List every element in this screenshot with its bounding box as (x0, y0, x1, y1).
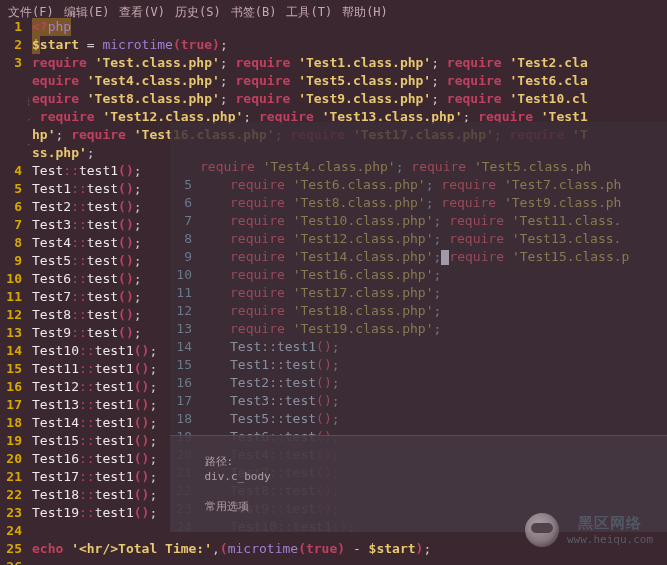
overlay-code[interactable]: require 'Test16.class.php'; (230, 267, 441, 282)
overlay-code[interactable]: require 'Test8.class.php'; require 'Test… (230, 195, 621, 210)
overlay-line[interactable]: 5require 'Test6.class.php'; require 'Tes… (170, 176, 667, 194)
line-number (0, 108, 22, 126)
line-number: 26 (0, 558, 22, 565)
overlay-code[interactable]: Test1::test(); (230, 357, 340, 372)
overlay-line-number: 13 (170, 320, 200, 338)
line-number: 10 (0, 270, 22, 288)
overlay-code[interactable]: Test5::test(); (230, 411, 340, 426)
watermark-title: 黑区网络 (567, 514, 653, 533)
overlay-code[interactable]: require 'Test12.class.php'; require 'Tes… (230, 231, 621, 246)
overlay-code[interactable]: require 'Test10.class.php'; require 'Tes… (230, 213, 621, 228)
overlay-line-number: 12 (170, 302, 200, 320)
overlay-code[interactable]: Test2::test(); (230, 375, 340, 390)
line-number: 24 (0, 522, 22, 540)
overlay-line[interactable]: 16Test2::test(); (170, 374, 667, 392)
overlay-line[interactable]: 7require 'Test10.class.php'; require 'Te… (170, 212, 667, 230)
line-number: 21 (0, 468, 22, 486)
line-number: 13 (0, 324, 22, 342)
line-number (0, 72, 22, 90)
line-number: 14 (0, 342, 22, 360)
overlay-code[interactable]: require 'Test19.class.php'; (230, 321, 441, 336)
overlay-line[interactable]: 8require 'Test12.class.php'; require 'Te… (170, 230, 667, 248)
menu-item[interactable]: 历史(S) (175, 4, 221, 14)
code-line[interactable] (32, 558, 667, 565)
line-number: 2 (0, 36, 22, 54)
mushroom-icon (525, 513, 559, 547)
overlay-line-number: 11 (170, 284, 200, 302)
overlay-line-number: 6 (170, 194, 200, 212)
overlay-line-number: 17 (170, 392, 200, 410)
line-number-gutter: 1234567891011121314151617181920212223242… (0, 18, 28, 565)
overlay-line-number: 16 (170, 374, 200, 392)
line-number: 23 (0, 504, 22, 522)
overlay-code[interactable]: require 'Test4.class.php'; require 'Test… (200, 159, 591, 174)
overlay-line-number: 7 (170, 212, 200, 230)
overlay-line[interactable]: 15Test1::test(); (170, 356, 667, 374)
line-number (0, 144, 22, 162)
line-number: 3 (0, 54, 22, 72)
watermark: 黑区网络 www.heiqu.com (525, 513, 653, 547)
line-number: 22 (0, 486, 22, 504)
menu-item[interactable]: 工具(T) (286, 4, 332, 14)
menu-item[interactable]: 查看(V) (119, 4, 165, 14)
overlay-line[interactable]: 10require 'Test16.class.php'; (170, 266, 667, 284)
code-line[interactable]: require 'Test.class.php'; require 'Test1… (32, 54, 667, 72)
line-number (0, 90, 22, 108)
line-number: 4 (0, 162, 22, 180)
code-line[interactable]: <?php (32, 18, 667, 36)
overlay-code[interactable]: require 'Test6.class.php'; require 'Test… (230, 177, 621, 192)
overlay-line[interactable]: 14Test::test1(); (170, 338, 667, 356)
overlay-line[interactable]: require 'Test4.class.php'; require 'Test… (170, 158, 667, 176)
line-number: 7 (0, 216, 22, 234)
options-label: 常用选项 (205, 500, 249, 513)
code-line[interactable]: $start = microtime(true); (32, 36, 667, 54)
overlay-line[interactable]: 12require 'Test18.class.php'; (170, 302, 667, 320)
overlay-code[interactable]: Test::test1(); (230, 339, 340, 354)
line-number: 20 (0, 450, 22, 468)
overlay-code[interactable]: Test3::test(); (230, 393, 340, 408)
line-number (0, 126, 22, 144)
overlay-code[interactable]: require 'Test17.class.php'; (230, 285, 441, 300)
menu-item[interactable]: 文件(F) (8, 4, 54, 14)
menu-item[interactable]: 书签(B) (231, 4, 277, 14)
overlay-line-number: 9 (170, 248, 200, 266)
line-number: 5 (0, 180, 22, 198)
line-number: 6 (0, 198, 22, 216)
line-number: 8 (0, 234, 22, 252)
overlay-line[interactable]: 13require 'Test19.class.php'; (170, 320, 667, 338)
overlay-code[interactable]: require 'Test14.class.php';require 'Test… (230, 249, 629, 264)
overlay-line[interactable]: 17Test3::test(); (170, 392, 667, 410)
overlay-line-number: 8 (170, 230, 200, 248)
overlay-line-number: 5 (170, 176, 200, 194)
overlay-line[interactable]: 6require 'Test8.class.php'; require 'Tes… (170, 194, 667, 212)
overlay-code[interactable]: require 'Test18.class.php'; (230, 303, 441, 318)
menu-item[interactable]: 编辑(E) (64, 4, 110, 14)
line-number: 9 (0, 252, 22, 270)
line-number: 16 (0, 378, 22, 396)
overlay-line[interactable]: 18Test5::test(); (170, 410, 667, 428)
menu-bar: 文件(F)编辑(E)查看(V)历史(S)书签(B)工具(T)帮助(H) (0, 0, 667, 18)
path-value: div.c_body (205, 470, 271, 483)
line-number: 17 (0, 396, 22, 414)
overlay-panel[interactable]: require 'Test4.class.php'; require 'Test… (170, 122, 667, 532)
overlay-line-number: 15 (170, 356, 200, 374)
overlay-line[interactable]: 9require 'Test14.class.php';require 'Tes… (170, 248, 667, 266)
code-line[interactable]: equire 'Test4.class.php'; require 'Test5… (32, 72, 667, 90)
line-number: 15 (0, 360, 22, 378)
watermark-url: www.heiqu.com (567, 533, 653, 546)
code-line[interactable]: equire 'Test8.class.php'; require 'Test9… (32, 90, 667, 108)
line-number: 25 (0, 540, 22, 558)
menu-item[interactable]: 帮助(H) (342, 4, 388, 14)
line-number: 11 (0, 288, 22, 306)
line-number: 12 (0, 306, 22, 324)
overlay-line-number: 18 (170, 410, 200, 428)
overlay-line[interactable]: 11require 'Test17.class.php'; (170, 284, 667, 302)
path-label: 路径: (205, 455, 234, 468)
overlay-line-number: 14 (170, 338, 200, 356)
line-number: 1 (0, 18, 22, 36)
overlay-line-number: 10 (170, 266, 200, 284)
line-number: 18 (0, 414, 22, 432)
line-number: 19 (0, 432, 22, 450)
